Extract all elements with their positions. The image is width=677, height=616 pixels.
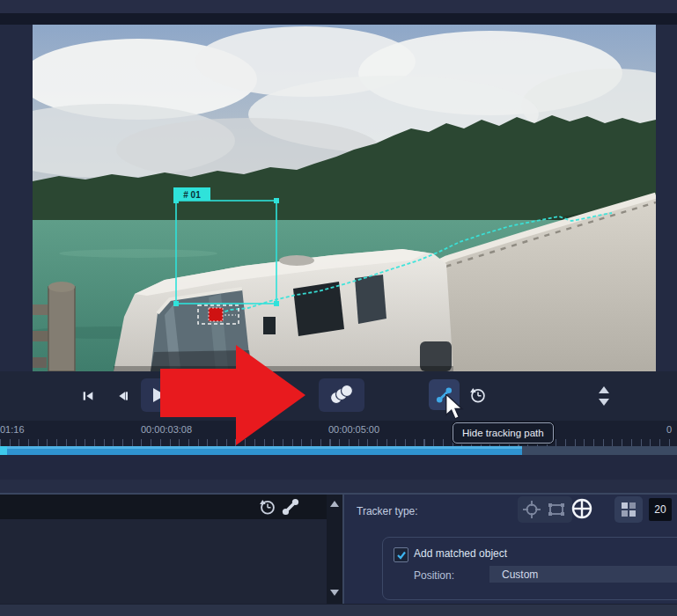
tooltip: Hide tracking path bbox=[453, 422, 554, 444]
previous-frame-button[interactable] bbox=[111, 384, 136, 408]
mosaic-tracker-icon bbox=[621, 502, 637, 517]
position-label: Position: bbox=[414, 569, 454, 582]
left-panel-scrollbar[interactable] bbox=[327, 495, 342, 604]
tracker-options-panel: Tracker type: bbox=[344, 495, 677, 604]
point-tracker-button[interactable] bbox=[521, 499, 542, 524]
point-tracker-icon bbox=[521, 499, 542, 520]
track-motion-circles-icon bbox=[327, 384, 357, 407]
preview-top-margin bbox=[0, 13, 677, 25]
ruler-ticks bbox=[0, 439, 677, 446]
add-matched-object-checkbox[interactable] bbox=[394, 547, 408, 562]
tracker-type-label: Tracker type: bbox=[357, 505, 418, 517]
tracking-tag-label: # 01 bbox=[183, 190, 201, 200]
history-icon bbox=[469, 384, 487, 407]
timeline-track[interactable] bbox=[0, 446, 677, 455]
position-dropdown[interactable]: Custom bbox=[489, 566, 677, 583]
tracker-point[interactable] bbox=[209, 308, 223, 321]
reset-tracking-button[interactable] bbox=[464, 381, 492, 409]
left-panel-header bbox=[0, 495, 327, 519]
position-value: Custom bbox=[502, 568, 538, 581]
history-button[interactable] bbox=[259, 498, 276, 519]
timecode-spinner[interactable] bbox=[598, 384, 610, 408]
previous-frame-icon bbox=[116, 386, 130, 406]
area-tracker-icon bbox=[546, 499, 567, 520]
mosaic-tracker-button[interactable] bbox=[614, 496, 643, 523]
video-editor-window: # 01 bbox=[0, 0, 677, 616]
timeline-ruler[interactable]: 01:16 00:00:03:08 00:00:05:00 0 bbox=[0, 421, 677, 446]
spinner-arrows-icon bbox=[598, 384, 610, 408]
top-bar bbox=[0, 0, 677, 13]
video-frame: # 01 bbox=[33, 25, 656, 371]
scroll-down-icon[interactable] bbox=[329, 588, 340, 597]
timeline-substrip bbox=[0, 480, 677, 493]
area-tracker-button[interactable] bbox=[546, 499, 567, 524]
mouse-cursor bbox=[445, 394, 464, 421]
scroll-up-icon[interactable] bbox=[329, 500, 340, 509]
tracking-path-icon bbox=[280, 496, 301, 517]
video-preview[interactable]: # 01 bbox=[33, 25, 656, 371]
timeline-gap bbox=[0, 455, 677, 480]
track-motion-button[interactable] bbox=[319, 378, 364, 412]
ruler-label: 0 bbox=[666, 424, 672, 435]
checkmark-icon bbox=[396, 550, 407, 561]
left-panel-body bbox=[0, 519, 327, 604]
track-start-cap bbox=[0, 446, 7, 455]
go-to-start-icon bbox=[81, 386, 95, 406]
multipoint-tracker-icon bbox=[570, 496, 594, 521]
tooltip-text: Hide tracking path bbox=[462, 428, 544, 438]
tracking-path-button[interactable] bbox=[280, 496, 301, 521]
ruler-label: 00:00:05:00 bbox=[328, 424, 379, 435]
transport-bar: 0:00:06:02 bbox=[0, 371, 677, 421]
add-matched-object-label: Add matched object bbox=[414, 547, 507, 560]
multipoint-tracker-button[interactable] bbox=[570, 496, 594, 524]
tracking-points-value[interactable]: 20 bbox=[649, 498, 672, 521]
annotation-arrow bbox=[158, 343, 308, 449]
history-icon bbox=[259, 498, 276, 516]
go-to-start-button[interactable] bbox=[76, 384, 100, 408]
ruler-label: 01:16 bbox=[0, 424, 25, 435]
bottom-strip bbox=[0, 604, 677, 616]
